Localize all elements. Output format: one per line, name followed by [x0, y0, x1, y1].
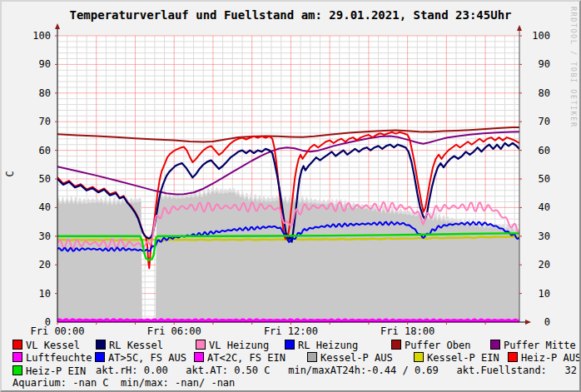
legend-color-swatch	[194, 352, 204, 362]
y-tick-label-left: 60	[22, 145, 51, 156]
legend-item-label: Puffer Mitte	[504, 340, 576, 351]
legend-item: Luftfeuchte	[12, 352, 92, 363]
watermark: RRDTOOL / TOBI OETIKER	[569, 7, 578, 128]
legend-item-label: Heiz-P EIN	[26, 365, 86, 377]
legend-item: Heiz-P AUS	[508, 352, 581, 363]
legend-item-label: RL Heizung	[298, 340, 358, 351]
legend-item-label: Luftfeuchte	[26, 352, 92, 364]
y-tick-label-right: 100	[522, 30, 550, 42]
legend-color-swatch	[196, 340, 206, 350]
legend-color-swatch	[391, 340, 401, 350]
legend-item: AT>5C, FS AUS	[95, 352, 186, 363]
x-tick-label: Fri 00:00	[27, 325, 87, 337]
legend-item-label: RL Kessel	[109, 340, 163, 351]
legend-color-swatch	[12, 352, 22, 362]
legend-item: Puffer Mitte	[490, 340, 576, 350]
y-tick-label-left: 100	[22, 30, 51, 42]
y-tick-label-left: 40	[22, 201, 51, 213]
legend-item-label: AT<2C, FS EIN	[207, 352, 286, 364]
y-tick-label-right: 80	[522, 87, 550, 99]
aquarium-line: Aquarium: -nan C min/max: -nan/ -nan	[12, 378, 235, 389]
legend-color-swatch	[12, 340, 22, 350]
y-tick-label-left: 80	[22, 87, 51, 99]
legend-item: Heiz-P EIN	[12, 365, 86, 376]
legend-color-swatch	[307, 352, 317, 362]
y-tick-label-left: 10	[22, 288, 51, 300]
y-tick-label-right: 30	[522, 231, 550, 242]
legend-item-label: Kessel-P AUS	[320, 352, 393, 364]
y-tick-label-right: 60	[522, 145, 550, 156]
y-tick-label-right: 70	[522, 116, 550, 127]
y-tick-label-right: 20	[522, 259, 550, 270]
legend-item-label: AT>5C, FS AUS	[108, 352, 186, 364]
y-tick-label-left: 20	[22, 259, 51, 270]
legend-color-swatch	[12, 365, 22, 375]
y-tick-label-right: 10	[522, 288, 550, 300]
legend-item-label: Puffer Oben	[405, 340, 470, 351]
y-tick-label-right: 40	[522, 201, 550, 213]
y-tick-label-left: 30	[22, 231, 51, 242]
legend-item: Puffer Oben	[391, 340, 470, 350]
legend-item: RL Heizung	[285, 340, 358, 350]
y-tick-label-right: 0	[522, 316, 550, 328]
legend-item: Kessel-P AUS	[307, 352, 393, 363]
y-tick-label-left: 70	[22, 116, 51, 127]
legend-color-swatch	[285, 340, 295, 350]
y-axis-unit-label: C	[4, 171, 16, 176]
legend-item: AT<2C, FS EIN	[194, 352, 286, 363]
legend-color-swatch	[96, 340, 106, 350]
legend-color-swatch	[490, 340, 500, 350]
y-tick-label-left: 90	[22, 58, 51, 70]
stats-line: akt.rH: 0.00 akt.AT: 0.50 C min/maxAT24h…	[96, 365, 577, 376]
y-axis-arrow-icon	[55, 23, 60, 29]
legend-item: VL Heizung	[196, 340, 269, 350]
x-tick-label: Fri 12:00	[261, 325, 320, 337]
y-tick-label-right: 50	[522, 173, 550, 185]
legend-item-label: VL Kessel	[26, 340, 80, 351]
legend-color-swatch	[414, 352, 424, 362]
legend-color-swatch	[508, 352, 518, 362]
legend-item: RL Kessel	[96, 340, 163, 350]
legend-item: VL Kessel	[12, 340, 80, 350]
legend-item: Kessel-P EIN	[414, 352, 499, 363]
legend-item-label: VL Heizung	[209, 340, 269, 351]
legend-item-label: Kessel-P EIN	[427, 352, 499, 364]
x-tick-label: Fri 18:00	[378, 325, 438, 337]
x-tick-label: Fri 06:00	[144, 325, 204, 337]
y-tick-label-left: 50	[22, 173, 51, 185]
series-at-2c-fs-ein	[57, 320, 519, 321]
y-tick-label-right: 90	[522, 58, 550, 70]
legend-item-label: Heiz-P AUS	[521, 352, 581, 364]
legend-color-swatch	[95, 352, 105, 362]
rrdtool-graph: Temperaturverlauf und Fuellstand am: 29.…	[0, 0, 581, 392]
